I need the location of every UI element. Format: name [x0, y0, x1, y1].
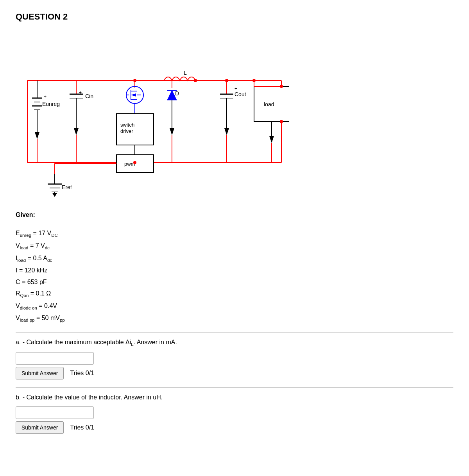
- eref-label: Eref: [62, 184, 72, 190]
- given-section: Given: Eunreg = 17 VDC Vload = 7 Vdc Ilo…: [16, 209, 453, 324]
- divider-2: [16, 387, 453, 388]
- divider-1: [16, 332, 453, 333]
- param-iload: Iload = 0.5 Adc: [16, 253, 453, 265]
- answer-b-input[interactable]: [16, 406, 94, 419]
- param-vloadpp: Vload pp = 50 mVpp: [16, 313, 453, 324]
- answer-a-row: Submit Answer Tries 0/1: [16, 367, 453, 379]
- question-b-text: b. - Calculate the value of the inductor…: [16, 394, 453, 401]
- question-a-text: a. - Calculate the maximum acceptable Δi…: [16, 339, 453, 347]
- tries-b-label: Tries 0/1: [70, 424, 94, 431]
- param-f: f = 120 kHz: [16, 265, 453, 276]
- circuit-diagram: Eunreg + Cin + switc: [16, 30, 289, 198]
- answer-b-row: Submit Answer Tries 0/1: [16, 421, 453, 434]
- svg-marker-27: [131, 93, 136, 97]
- page-title: QUESTION 2: [16, 12, 453, 22]
- cout-label: Cout: [234, 91, 246, 97]
- given-title: Given:: [16, 209, 453, 220]
- question-a: a. - Calculate the maximum acceptable Δi…: [16, 339, 453, 379]
- svg-marker-58: [269, 136, 274, 143]
- svg-marker-52: [224, 128, 229, 135]
- param-rqon: RQon = 0.1 Ω: [16, 288, 453, 300]
- param-eunreg: Eunreg = 17 VDC: [16, 228, 453, 240]
- load-label: load: [264, 101, 274, 107]
- svg-text:driver: driver: [120, 128, 133, 134]
- svg-marker-40: [52, 193, 57, 197]
- submit-b-button[interactable]: Submit Answer: [16, 421, 64, 434]
- svg-text:+: +: [44, 94, 47, 99]
- svg-marker-11: [35, 132, 39, 139]
- question-b: b. - Calculate the value of the inductor…: [16, 394, 453, 434]
- svg-text:+: +: [234, 86, 237, 91]
- submit-a-button[interactable]: Submit Answer: [16, 367, 64, 379]
- pwm-label: pwm: [124, 161, 135, 167]
- svg-point-61: [225, 79, 228, 82]
- svg-point-60: [194, 79, 197, 82]
- switch-driver-label: switch: [120, 122, 134, 128]
- answer-a-input[interactable]: [16, 352, 94, 365]
- eunreg-label: Eunreg: [42, 101, 60, 107]
- svg-marker-18: [74, 128, 79, 135]
- cin-label: Cin: [85, 93, 93, 99]
- l-label: L: [184, 70, 187, 76]
- param-c: C = 653 pF: [16, 277, 453, 287]
- svg-point-59: [133, 79, 136, 82]
- d-label: D: [175, 90, 179, 97]
- svg-point-70: [133, 161, 136, 164]
- param-vload: Vload = 7 Vdc: [16, 240, 453, 252]
- svg-point-56: [280, 120, 283, 123]
- tries-a-label: Tries 0/1: [70, 370, 94, 377]
- svg-text:+: +: [79, 90, 82, 95]
- param-vdiode: Vdiode on = 0.4V: [16, 301, 453, 312]
- svg-marker-46: [170, 128, 174, 135]
